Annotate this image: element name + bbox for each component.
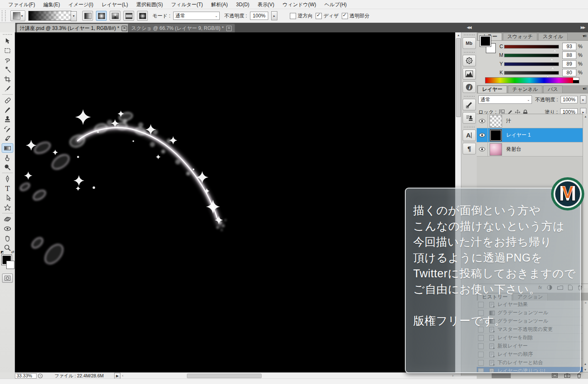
clone-source-icon[interactable] (463, 112, 476, 124)
menu-analysis[interactable]: 解析(A) (207, 0, 232, 9)
panel-menu-icon[interactable]: ▾≡ (583, 34, 586, 38)
3d-orbit-tool-button[interactable] (2, 224, 13, 233)
menu-image[interactable]: イメージ(I) (64, 0, 97, 9)
layer-opacity-spinner[interactable]: ▸ (580, 95, 586, 104)
scroll-down-icon[interactable]: ▼ (584, 368, 587, 371)
blend-mode-select[interactable]: 通常 ⌄ (173, 12, 220, 20)
smudge-tool-button[interactable] (2, 153, 13, 162)
status-options-icon[interactable]: ▶ (114, 373, 120, 379)
close-icon[interactable]: ✕ (226, 26, 232, 31)
black-slider[interactable] (504, 71, 559, 75)
clone-stamp-tool-button[interactable] (2, 115, 13, 124)
black-value-field[interactable]: 80 (562, 69, 576, 76)
eraser-tool-button[interactable] (2, 134, 13, 143)
custom-shape-tool-button[interactable] (2, 203, 13, 212)
navigator-icon[interactable] (463, 55, 476, 66)
dock-collapse-icon[interactable]: ▶▶ (581, 25, 585, 29)
layer-thumbnail[interactable] (490, 115, 502, 127)
horizontal-scroll-thumb[interactable] (187, 374, 262, 378)
lasso-tool-button[interactable] (2, 55, 13, 65)
quick-mask-button[interactable] (2, 274, 13, 283)
opacity-spinner[interactable]: ▸ (271, 11, 277, 20)
document-tab-inactive[interactable]: スクショ @ 66.7% (レイヤー 9, RGB/8) * ✕ (128, 24, 235, 33)
tab-channels[interactable]: チャンネル (508, 86, 542, 93)
scroll-up-icon[interactable]: ▲ (584, 362, 587, 365)
eyedropper-tool-button[interactable] (2, 84, 13, 93)
tab-swatches[interactable]: スウォッチ (503, 33, 537, 40)
linear-gradient-button[interactable] (82, 11, 93, 21)
gradient-picker-arrow[interactable]: ▾ (71, 11, 77, 21)
history-scrollbar[interactable]: ≡ ▲ ▼ (583, 301, 588, 372)
3d-rotate-tool-button[interactable] (2, 214, 13, 224)
dock-expand-icon[interactable]: ◀◀ (467, 25, 471, 29)
layer-name[interactable]: レイヤー 1 (506, 132, 531, 139)
yellow-slider-marker[interactable] (551, 66, 554, 69)
layer-name[interactable]: 発射台 (506, 146, 521, 153)
color-spectrum-ramp[interactable] (485, 77, 574, 83)
dodge-tool-button[interactable] (2, 162, 13, 172)
menu-select[interactable]: 選択範囲(S) (132, 0, 167, 9)
scroll-up-icon[interactable]: ▲ (456, 32, 461, 38)
tab-paths[interactable]: パス (543, 86, 563, 93)
menu-file[interactable]: ファイル(F) (4, 0, 39, 9)
radial-gradient-button[interactable] (96, 11, 107, 21)
tool-preset-picker[interactable]: ▾ (10, 10, 25, 21)
reverse-checkbox[interactable]: 逆方向 (290, 12, 313, 20)
menu-window[interactable]: ウィンドウ(W) (279, 0, 321, 9)
close-icon[interactable]: ✕ (122, 26, 127, 31)
yellow-slider[interactable] (504, 62, 559, 66)
angle-gradient-button[interactable] (110, 11, 120, 21)
layer-row-shiru[interactable]: 汁 (477, 114, 583, 128)
tools-grip[interactable] (3, 34, 12, 35)
layer-blend-mode-select[interactable]: 通常⌄ (478, 95, 532, 104)
layer-opacity-field[interactable]: 100% (561, 96, 578, 103)
trash-icon[interactable] (577, 373, 581, 378)
tab-layers[interactable]: レイヤー (478, 86, 507, 93)
scroll-right-icon[interactable]: › (452, 373, 453, 379)
gradient-tool-button[interactable] (2, 143, 13, 153)
yellow-value-field[interactable]: 89 (562, 60, 576, 68)
hand-tool-button[interactable] (2, 233, 13, 243)
zoom-level-field[interactable]: 33.33% (15, 373, 37, 379)
dither-checkbox[interactable]: ディザ (316, 12, 339, 20)
spectrum-bw-end[interactable] (573, 77, 579, 83)
panel-menu-icon[interactable]: ▾≡ (583, 86, 586, 91)
layer-thumbnail[interactable] (490, 143, 502, 156)
menu-help[interactable]: ヘルプ(H) (320, 0, 351, 9)
brush-tool-button[interactable] (2, 105, 13, 115)
rectangular-marquee-tool-button[interactable] (2, 46, 13, 55)
visibility-toggle[interactable] (477, 128, 488, 142)
path-selection-tool-button[interactable] (2, 193, 13, 203)
gradient-editor-preview[interactable]: ▾ (28, 11, 71, 21)
opacity-input[interactable]: 100% (250, 12, 268, 20)
character-icon[interactable]: A (463, 130, 476, 141)
cyan-value-field[interactable]: 93 (562, 43, 576, 50)
background-color-swatch[interactable] (6, 261, 15, 269)
magenta-slider-marker[interactable] (550, 58, 554, 60)
swap-colors-icon[interactable]: ⇄ (11, 250, 15, 254)
scroll-up-icon[interactable]: ▲ (583, 114, 588, 118)
menu-layer[interactable]: レイヤー(L) (98, 0, 132, 9)
brush-presets-icon[interactable] (463, 99, 476, 110)
layer-row-layer1[interactable]: レイヤー 1 (477, 128, 583, 142)
scroll-grip[interactable]: ≡ (583, 301, 588, 304)
default-colors-icon[interactable]: ◩ (1, 250, 4, 254)
visibility-toggle[interactable] (477, 142, 488, 156)
menu-view[interactable]: 表示(V) (254, 0, 279, 9)
new-snapshot-icon[interactable] (564, 373, 570, 378)
menu-3d[interactable]: 3D(D) (232, 0, 254, 9)
pen-tool-button[interactable] (2, 174, 13, 183)
document-canvas[interactable] (15, 32, 455, 372)
history-brush-tool-button[interactable] (2, 124, 13, 134)
menu-edit[interactable]: 編集(E) (39, 0, 64, 9)
scroll-left-icon[interactable]: ‹ (122, 373, 123, 379)
layer-name[interactable]: 汁 (506, 117, 511, 125)
type-tool-button[interactable]: T (2, 183, 13, 193)
move-tool-button[interactable] (2, 36, 13, 46)
transparency-checkbox[interactable]: 透明部分 (342, 12, 370, 20)
visibility-toggle[interactable] (477, 114, 488, 128)
paragraph-icon[interactable]: ¶ (463, 143, 476, 154)
magenta-slider[interactable] (504, 54, 559, 57)
layer-thumbnail[interactable] (490, 129, 502, 142)
cyan-slider[interactable] (504, 45, 559, 49)
